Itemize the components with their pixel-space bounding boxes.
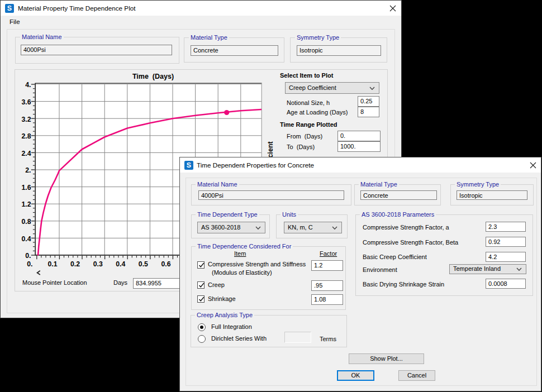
svg-text:0.4: 0.4 xyxy=(21,235,31,243)
svg-text:3.2: 3.2 xyxy=(21,116,31,123)
svg-text:0.2: 0.2 xyxy=(70,260,80,268)
svg-text:0.5: 0.5 xyxy=(139,260,148,268)
svg-text:3.6: 3.6 xyxy=(21,98,31,106)
svg-text:1.2: 1.2 xyxy=(21,200,31,208)
svg-text:0.8: 0.8 xyxy=(21,218,31,226)
svg-text:0.3: 0.3 xyxy=(93,260,103,268)
svg-text:0.: 0. xyxy=(27,260,32,268)
svg-text:2.4: 2.4 xyxy=(21,150,31,157)
svg-text:0.4: 0.4 xyxy=(116,260,125,268)
svg-text:2.8: 2.8 xyxy=(21,132,31,140)
svg-text:1.6: 1.6 xyxy=(21,184,31,192)
svg-text:0.1: 0.1 xyxy=(47,260,57,268)
svg-text:0.6: 0.6 xyxy=(161,260,170,268)
svg-text:0.: 0. xyxy=(25,252,31,260)
svg-text:4.: 4. xyxy=(25,81,31,89)
svg-text:Time (Days): Time (Days) xyxy=(132,73,174,80)
svg-text:2.: 2. xyxy=(25,166,31,174)
